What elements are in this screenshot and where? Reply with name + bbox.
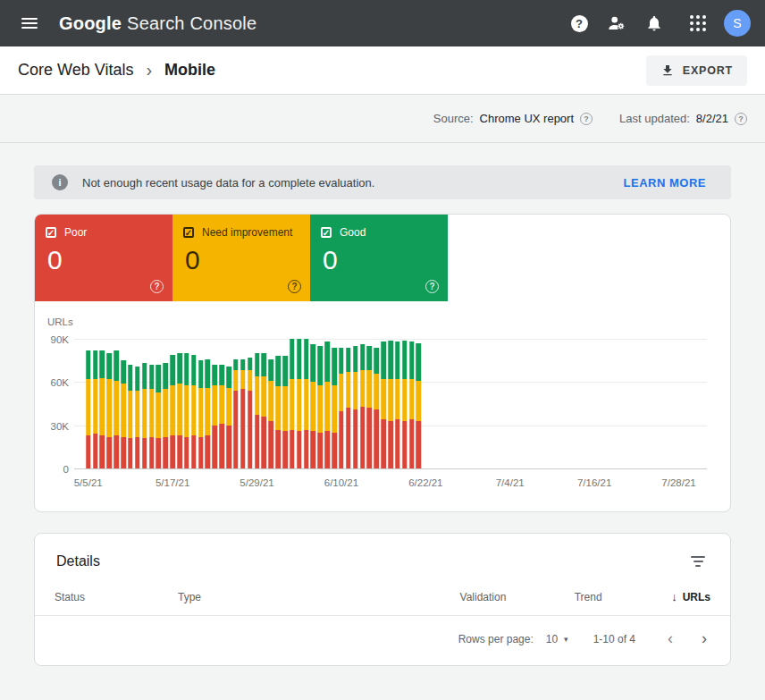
- apps-button[interactable]: [676, 7, 708, 39]
- checkbox-checked-icon[interactable]: ✓: [183, 227, 194, 238]
- chart-bar-segment-poor: [121, 437, 126, 468]
- chart-bar-segment-poor: [332, 433, 337, 468]
- chart-bar-segment-good: [135, 367, 140, 391]
- chart-bar-segment-poor: [191, 435, 197, 468]
- tile-poor-label: Poor: [64, 226, 87, 239]
- chart-bar-segment-good: [346, 348, 351, 372]
- page-title: Mobile: [164, 61, 215, 80]
- chart-bar-segment-ni: [381, 379, 386, 419]
- next-page-button[interactable]: ›: [698, 629, 710, 648]
- help-button[interactable]: ?: [563, 7, 595, 39]
- chart-bar: [142, 363, 147, 468]
- chart-bar-segment-poor: [226, 426, 231, 468]
- chart-bar: [86, 350, 91, 468]
- chart-bar-segment-poor: [409, 419, 415, 468]
- chart-bar-segment-ni: [332, 385, 337, 433]
- chart-bar: [353, 346, 358, 468]
- chart-bar-segment-ni: [240, 370, 246, 389]
- app-title: Google Search Console: [59, 13, 256, 34]
- notifications-button[interactable]: [638, 7, 670, 39]
- updated-label: Last updated:: [619, 112, 690, 125]
- chart-bar-segment-ni: [177, 384, 182, 435]
- tile-good[interactable]: ✓ Good 0 ?: [310, 215, 448, 301]
- chart-bar-segment-poor: [304, 430, 309, 469]
- checkbox-checked-icon[interactable]: ✓: [321, 227, 332, 238]
- chart-bar-segment-ni: [290, 379, 295, 429]
- chart-xtick-label: 5/17/21: [156, 477, 189, 488]
- chart-bar-segment-ni: [409, 379, 415, 419]
- tile-ni-help-icon[interactable]: ?: [288, 280, 301, 293]
- chart-bar-segment-ni: [128, 391, 133, 438]
- chart-bar-segment-good: [149, 365, 155, 389]
- chart-bar: [304, 339, 309, 468]
- chart-bar-segment-ni: [142, 389, 147, 438]
- breadcrumb-section[interactable]: Core Web Vitals: [18, 61, 133, 80]
- download-icon: [660, 63, 675, 78]
- chart-bar: [282, 356, 288, 468]
- chart-bar: [107, 353, 113, 468]
- learn-more-link[interactable]: LEARN MORE: [615, 171, 715, 195]
- chart-bar-segment-good: [367, 346, 373, 370]
- chart-bar-segment-good: [121, 360, 126, 384]
- avatar[interactable]: S: [724, 10, 751, 37]
- chart-bar: [184, 353, 189, 468]
- chart-bar-segment-ni: [149, 389, 155, 436]
- chart-xtick-label: 7/16/21: [577, 477, 611, 488]
- chart-xtick-label: 6/22/21: [408, 477, 442, 488]
- chart-bar-segment-poor: [184, 437, 189, 468]
- chart-bar-segment-ni: [388, 379, 393, 421]
- tile-good-help-icon[interactable]: ?: [425, 280, 439, 293]
- chart-bar-segment-poor: [149, 437, 155, 468]
- source-value: Chrome UX report: [480, 112, 574, 125]
- app-title-product: Search Console: [127, 13, 256, 34]
- chart-bar-segment-ni: [360, 370, 366, 406]
- chart-bar-segment-poor: [290, 430, 295, 469]
- column-validation: Validation: [460, 591, 575, 603]
- chart-bar-segment-ni: [233, 370, 239, 391]
- tile-poor-help-icon[interactable]: ?: [150, 280, 164, 293]
- updated-help-icon[interactable]: ?: [735, 113, 747, 125]
- chart-bar-segment-ni: [367, 370, 373, 408]
- chart-bar-segment-poor: [240, 389, 246, 468]
- source-help-icon[interactable]: ?: [580, 113, 593, 125]
- rows-per-page-select[interactable]: 10 ▾: [546, 633, 568, 645]
- menu-icon[interactable]: [21, 18, 38, 29]
- info-banner: i Not enough recent usage data for a com…: [34, 165, 731, 199]
- chart-bar: [100, 350, 105, 468]
- info-icon: i: [52, 174, 68, 190]
- chart-bar-segment-good: [409, 342, 415, 379]
- tile-need-improvement[interactable]: ✓ Need improvement 0 ?: [172, 215, 310, 301]
- chart-bar: [191, 355, 197, 468]
- export-label: EXPORT: [683, 64, 733, 77]
- export-button[interactable]: EXPORT: [646, 55, 747, 86]
- tile-poor[interactable]: ✓ Poor 0 ?: [35, 215, 172, 301]
- report-meta: Source: Chrome UX report ? Last updated:…: [0, 95, 765, 143]
- chart-bar-segment-good: [353, 346, 358, 372]
- chart-bar: [367, 346, 373, 468]
- pagination: Rows per page: 10 ▾ 1-10 of 4 ‹ ›: [35, 616, 730, 665]
- filter-icon[interactable]: [687, 552, 709, 570]
- chart-bar-segment-ni: [339, 374, 344, 411]
- manage-users-icon: [607, 13, 626, 33]
- chart-bar-segment-good: [177, 353, 182, 384]
- column-type: Type: [178, 591, 460, 603]
- chart-bar-segment-good: [198, 360, 204, 388]
- status-tiles: ✓ Poor 0 ? ✓ Need improvement 0 ? ✓ Good…: [35, 215, 730, 301]
- previous-page-button[interactable]: ‹: [664, 629, 677, 648]
- chart-bar: [248, 358, 253, 468]
- chart-bar-segment-good: [262, 353, 267, 376]
- chart-bar-segment-good: [248, 358, 253, 371]
- column-urls-sort[interactable]: ↓URLs: [671, 590, 710, 603]
- tile-poor-value: 0: [47, 245, 162, 275]
- chart-bar-segment-poor: [107, 437, 113, 468]
- chart-bar-segment-poor: [324, 431, 330, 468]
- chart-bar-segment-ni: [324, 382, 330, 431]
- checkbox-checked-icon[interactable]: ✓: [46, 227, 56, 238]
- manage-users-button[interactable]: [601, 7, 633, 39]
- pagination-range: 1-10 of 4: [593, 633, 635, 645]
- chart-bar-segment-poor: [219, 424, 224, 468]
- chart-bar-segment-poor: [86, 435, 91, 468]
- chart-bar-segment-ni: [219, 385, 224, 425]
- chart-bar-segment-ni: [206, 388, 211, 435]
- chart-bar: [113, 350, 119, 468]
